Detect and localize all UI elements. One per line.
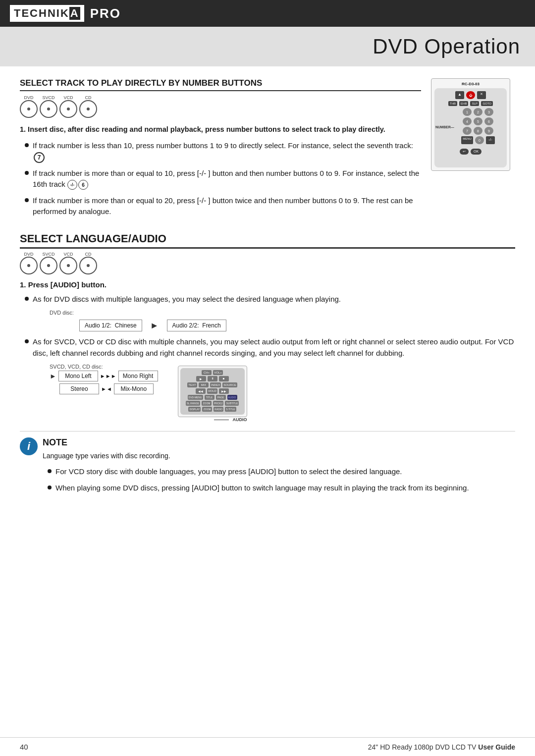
- footer-guide: 24" HD Ready 1080p DVD LCD TV User Guide: [368, 743, 515, 751]
- list-item: As for DVD discs with multiple languages…: [25, 294, 515, 305]
- remote2-play: ▶: [196, 376, 206, 381]
- section1-remote: RC-D3-03 ▲ ⏻ ✕ THB EHB SLP GOTO NUMBER—: [431, 78, 515, 171]
- remote2-ch-plus: CH+: [202, 370, 212, 375]
- logo-pro: PRO: [90, 6, 121, 21]
- remote2-rew: ◀◀: [196, 388, 206, 394]
- logo-technika: TECHNIKA: [10, 5, 84, 22]
- list-item: For VCD story disc with double languages…: [48, 466, 515, 478]
- disc2-svcd: SVCD: [40, 253, 57, 274]
- page-title: DVD Operation: [0, 35, 520, 58]
- note-bullets: For VCD story disc with double languages…: [48, 466, 515, 493]
- remote2-diagram: CH+ VOL+ ▶ ⏸ ■ TEXT MIX INDE: [178, 366, 247, 417]
- remote-ok: OK: [471, 149, 482, 155]
- svcd-diagram-row: ► Mono Left ►►► Mono Right Stereo ►◄: [50, 371, 515, 422]
- dvd-disc-area: DVD disc: Audio 1/2: Chinese ► Audio 2/2…: [50, 310, 515, 331]
- audio-label: AUDIO: [233, 417, 247, 422]
- remote2-area: CH+ VOL+ ▶ ⏸ ■ TEXT MIX INDE: [178, 366, 247, 422]
- remote2-hold: HOLD: [207, 388, 217, 394]
- remote2-index: INDEX: [210, 382, 221, 387]
- bullet3-text: If track number is more than or equal to…: [33, 195, 421, 217]
- remote2-radio: RADIO: [214, 407, 223, 412]
- section2: SELECT LANGUAGE/AUDIO DVD SVCD VCD CD 1.…: [20, 232, 515, 423]
- remote2-text: TEXT: [187, 382, 197, 387]
- section1-bullets: If track number is less than 10, press n…: [25, 140, 421, 217]
- svcd-boxes: ► Mono Left ►►► Mono Right Stereo ►◄: [50, 371, 158, 394]
- remote-8: 8: [474, 127, 482, 135]
- disc-cd: CD: [79, 96, 97, 118]
- info-icon: i: [20, 437, 38, 455]
- note-content: NOTE Language type varies with disc reco…: [43, 437, 515, 498]
- section2-bullet1-text: As for DVD discs with multiple languages…: [33, 294, 341, 305]
- note-bullet2: When playing some DVD discs, pressing [A…: [55, 483, 469, 494]
- remote-power: ⏻: [466, 91, 475, 99]
- header: TECHNIKA PRO: [0, 0, 535, 27]
- remote2-vol-plus: VOL+: [213, 370, 223, 375]
- remote2-slrange: SL.RANGE: [186, 401, 200, 406]
- dvd-arrow: ►: [150, 321, 159, 331]
- list-item: If track number is less than 10, press n…: [25, 140, 421, 163]
- remote-6: 6: [484, 117, 493, 125]
- disc-svcd: SVCD: [40, 96, 57, 118]
- remote-eject: ▲: [455, 91, 464, 99]
- disc-vcd: VCD: [59, 96, 77, 118]
- dvd-disc-diagram: Audio 1/2: Chinese ► Audio 2/2: French: [79, 320, 515, 331]
- note-bullet1: For VCD story disc with double languages…: [55, 466, 402, 478]
- remote2-body: CH+ VOL+ ▶ ⏸ ■ TEXT MIX INDE: [180, 368, 245, 415]
- remote-slp: SLP: [470, 101, 479, 106]
- note-heading: NOTE: [43, 437, 515, 448]
- remote-2: 2: [474, 108, 482, 116]
- disc2-cd: CD: [79, 253, 97, 274]
- remote2-pause: ⏸: [208, 376, 217, 381]
- remote2-subtitle: SUBTITLE: [225, 401, 239, 406]
- remote-1: 1: [463, 108, 472, 116]
- remote2-zoom2: ZOOM: [202, 407, 212, 412]
- section2-bullet2-list: As for SVCD, VCD or CD disc with multipl…: [25, 336, 515, 359]
- section2-bullet1-list: As for DVD discs with multiple languages…: [25, 294, 515, 305]
- remote-title: RC-D3-03: [434, 82, 507, 86]
- dvd-box2: Audio 2/2: French: [167, 320, 226, 331]
- remote2-title: TITLE: [205, 395, 214, 400]
- section1-main: SELECT TRACK TO PLAY DIRECTLY BY NUMBER …: [20, 78, 421, 222]
- section1-intro: 1. Insert disc, after disc reading and n…: [20, 124, 421, 135]
- remote2-stop: ■: [219, 376, 229, 381]
- svcd-disc-label: SVCD, VCD, CD disc:: [50, 364, 515, 370]
- section2-bullet2-text: As for SVCD, VCD or CD disc with multipl…: [33, 336, 515, 359]
- remote-5: 5: [474, 117, 482, 125]
- logo-box: TECHNIKA PRO: [10, 5, 121, 22]
- remote2-display: DISPLAY: [188, 407, 201, 412]
- footer-page-number: 40: [20, 743, 28, 751]
- remote-0: 0: [475, 136, 484, 144]
- list-item: When playing some DVD discs, pressing [A…: [48, 483, 515, 494]
- remote2-prog2: PROG2: [213, 401, 224, 406]
- section1: SELECT TRACK TO PLAY DIRECTLY BY NUMBER …: [20, 78, 515, 222]
- note-text1: Language type varies with disc recording…: [43, 451, 515, 461]
- remote-body: ▲ ⏻ ✕ THB EHB SLP GOTO NUMBER—: [434, 88, 507, 167]
- remote-thb: THB: [448, 101, 457, 106]
- footer: 40 24" HD Ready 1080p DVD LCD TV User Gu…: [0, 737, 535, 756]
- remote-7: 7: [463, 127, 472, 135]
- dvd-box1: Audio 1/2: Chinese: [79, 320, 142, 331]
- disc-icons-row2: DVD SVCD VCD CD: [20, 253, 515, 274]
- main-content: SELECT TRACK TO PLAY DIRECTLY BY NUMBER …: [0, 66, 535, 508]
- disc-dvd: DVD: [20, 96, 38, 118]
- logo-a: A: [69, 7, 80, 20]
- section1-heading: SELECT TRACK TO PLAY DIRECTLY BY NUMBER …: [20, 78, 421, 91]
- list-item: As for SVCD, VCD or CD disc with multipl…: [25, 336, 515, 359]
- dvd-disc-label: DVD disc:: [50, 310, 515, 316]
- remote2-page: PAGE: [216, 395, 226, 400]
- disc2-dvd: DVD: [20, 253, 38, 274]
- remote-ehb: EHB: [459, 101, 468, 106]
- press-heading: 1. Press [AUDIO] button.: [20, 280, 515, 289]
- svcd-mono-left: Mono Left: [58, 371, 98, 381]
- page-title-area: DVD Operation: [0, 27, 535, 66]
- svcd-disc-area: SVCD, VCD, CD disc: ► Mono Left ►►► Mono…: [50, 364, 515, 422]
- remote2-zoom: ZOOM: [202, 401, 212, 406]
- remote-4: 4: [463, 117, 472, 125]
- number-label: NUMBER—: [435, 125, 454, 129]
- remote-return: ↩: [460, 149, 469, 155]
- remote2-mix: MIX: [199, 382, 209, 387]
- remote2-dvdmenu: DVD-MENU: [188, 395, 203, 400]
- remote2-audio: AUDIO: [227, 395, 237, 400]
- list-item: If track number is more than or equal to…: [25, 195, 421, 217]
- note-section: i NOTE Language type varies with disc re…: [20, 431, 515, 498]
